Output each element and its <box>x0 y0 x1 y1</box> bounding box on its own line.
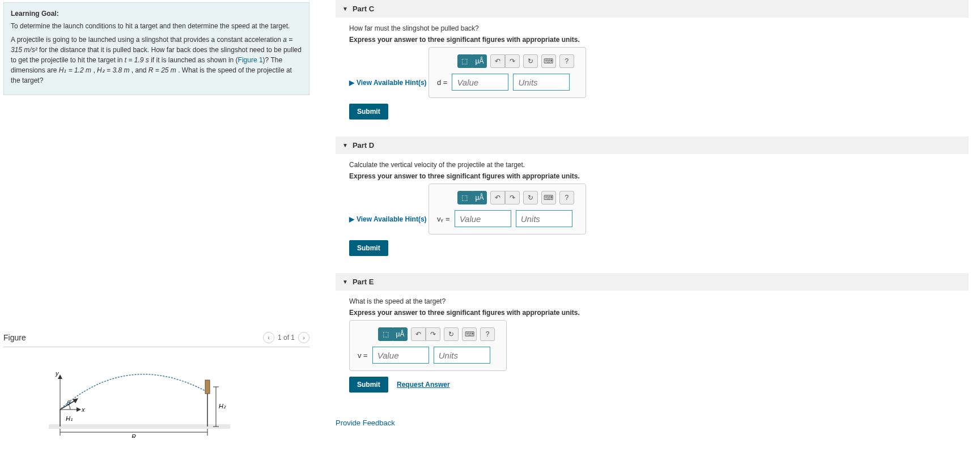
part-c-question: How far must the slingshot be pulled bac… <box>349 24 955 32</box>
reset-button[interactable]: ↻ <box>444 327 459 341</box>
submit-button-c[interactable]: Submit <box>349 104 388 120</box>
redo-button[interactable]: ↷ <box>426 327 440 341</box>
keyboard-button[interactable]: ⌨ <box>462 327 477 341</box>
part-d-question: Calculate the vertical velocity of the p… <box>349 161 955 169</box>
submit-button-e[interactable]: Submit <box>349 377 388 393</box>
part-e-question: What is the speed at the target? <box>349 297 955 305</box>
help-button[interactable]: ? <box>559 191 574 204</box>
part-e-instruct: Express your answer to three significant… <box>349 309 955 317</box>
keyboard-button[interactable]: ⌨ <box>541 191 556 204</box>
redo-button[interactable]: ↷ <box>505 191 520 204</box>
part-d-header[interactable]: ▼ Part D <box>336 137 969 154</box>
part-c-instruct: Express your answer to three significant… <box>349 36 955 44</box>
value-input-c[interactable] <box>452 74 508 91</box>
learning-goal-intro: To determine the launch conditions to hi… <box>11 21 302 31</box>
units-input-c[interactable] <box>513 74 570 91</box>
help-button[interactable]: ? <box>559 54 574 68</box>
figure-title: Figure <box>3 333 26 342</box>
part-c-header[interactable]: ▼ Part C <box>336 0 969 18</box>
templates-button[interactable]: ⬚ <box>378 327 393 341</box>
learning-goal-title: Learning Goal: <box>11 8 302 19</box>
var-label-e: v = <box>358 351 368 360</box>
symbols-button[interactable]: μÅ <box>472 54 487 68</box>
answer-box-d: ⬚ μÅ ↶ ↷ ↻ ⌨ ? vᵧ = <box>429 184 586 234</box>
figure-link[interactable]: Figure 1 <box>238 56 263 64</box>
part-c: ▼ Part C How far must the slingshot be p… <box>336 0 969 126</box>
svg-text:H₂: H₂ <box>219 403 226 410</box>
request-answer-link[interactable]: Request Answer <box>397 381 450 389</box>
undo-button[interactable]: ↶ <box>490 54 505 68</box>
svg-text:x: x <box>81 406 85 413</box>
figure-section: Figure ‹ 1 of 1 › y x <box>0 329 313 451</box>
svg-marker-6 <box>77 407 81 412</box>
figure-image: y x θ H₂ H₁ <box>3 347 309 451</box>
answer-box-c: ⬚ μÅ ↶ ↷ ↻ ⌨ ? d = <box>429 47 586 98</box>
learning-goal-box: Learning Goal: To determine the launch c… <box>3 2 309 95</box>
redo-button[interactable]: ↷ <box>505 54 520 68</box>
reset-button[interactable]: ↻ <box>523 191 538 204</box>
undo-button[interactable]: ↶ <box>411 327 426 341</box>
symbols-button[interactable]: μÅ <box>472 191 487 204</box>
reset-button[interactable]: ↻ <box>523 54 538 68</box>
templates-button[interactable]: ⬚ <box>457 54 472 68</box>
svg-text:R: R <box>131 433 136 438</box>
svg-text:H₁: H₁ <box>66 415 73 422</box>
value-input-e[interactable] <box>372 347 429 364</box>
part-d-title: Part D <box>353 141 374 150</box>
keyboard-button[interactable]: ⌨ <box>541 54 556 68</box>
var-label-d: vᵧ = <box>437 215 450 223</box>
caret-down-icon: ▼ <box>342 6 348 12</box>
submit-button-d[interactable]: Submit <box>349 240 388 256</box>
caret-down-icon: ▼ <box>342 279 348 285</box>
part-e-title: Part E <box>353 278 374 286</box>
figure-next-button[interactable]: › <box>298 332 309 343</box>
templates-button[interactable]: ⬚ <box>457 191 472 204</box>
svg-rect-12 <box>205 380 210 394</box>
caret-down-icon: ▼ <box>342 142 348 148</box>
part-c-title: Part C <box>353 5 374 13</box>
symbols-button[interactable]: μÅ <box>393 327 408 341</box>
part-d: ▼ Part D Calculate the vertical velocity… <box>336 137 969 263</box>
part-d-instruct: Express your answer to three significant… <box>349 172 955 180</box>
figure-nav-label: 1 of 1 <box>278 334 295 342</box>
part-e-header[interactable]: ▼ Part E <box>336 273 969 291</box>
figure-prev-button[interactable]: ‹ <box>263 332 274 343</box>
units-input-d[interactable] <box>516 210 572 227</box>
caret-right-icon: ▶ <box>349 215 354 223</box>
help-button[interactable]: ? <box>480 327 495 341</box>
answer-box-e: ⬚ μÅ ↶ ↷ ↻ ⌨ ? v = <box>349 320 507 371</box>
undo-button[interactable]: ↶ <box>490 191 505 204</box>
units-input-e[interactable] <box>434 347 490 364</box>
part-e: ▼ Part E What is the speed at the target… <box>336 273 969 399</box>
value-input-d[interactable] <box>455 210 511 227</box>
caret-right-icon: ▶ <box>349 79 354 87</box>
svg-text:y: y <box>55 370 60 377</box>
hints-toggle[interactable]: ▶View Available Hint(s) <box>349 215 427 223</box>
provide-feedback-link[interactable]: Provide Feedback <box>336 419 395 427</box>
var-label-c: d = <box>437 78 447 87</box>
learning-goal-body: A projectile is going to be launched usi… <box>11 35 302 86</box>
svg-rect-1 <box>49 424 230 429</box>
hints-toggle[interactable]: ▶View Available Hint(s) <box>349 79 427 87</box>
